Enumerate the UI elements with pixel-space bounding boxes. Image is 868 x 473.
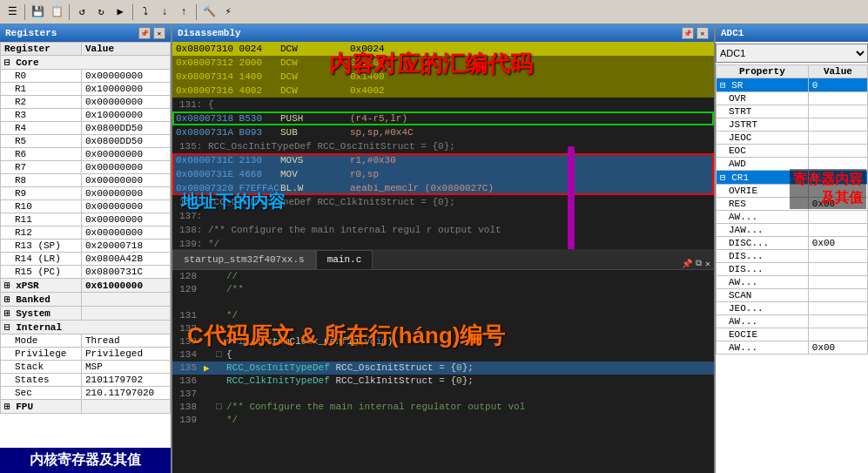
disasm-content[interactable]: 0x08007310 0024 DCW 0x0024 0x08007312 20… xyxy=(172,42,714,249)
registers-content[interactable]: Register Value ⊟ Core R00x00000000 R10x1… xyxy=(0,42,171,448)
undo-icon[interactable]: ↺ xyxy=(73,3,91,21)
adc-cr1-aw2[interactable]: AW... xyxy=(717,276,868,289)
save-icon[interactable]: 💾 xyxy=(29,3,46,21)
source-panel-close[interactable]: ✕ xyxy=(705,259,710,269)
reg-privilege[interactable]: PrivilegePrivileged xyxy=(1,348,171,361)
reg-mode[interactable]: ModeThread xyxy=(1,334,171,348)
src-line-128[interactable]: 128 // xyxy=(172,270,714,283)
tab-startup[interactable]: startup_stm32f407xx.s xyxy=(172,250,316,269)
build-icon[interactable]: 🔨 xyxy=(200,3,218,21)
adc-cr1-aw4[interactable]: AW...0x00 xyxy=(717,341,868,355)
disasm-row-blw[interactable]: 0x08007320 F7EFFAC BL.W aeabi_memclr (0x… xyxy=(172,181,714,195)
reg-r2[interactable]: R20x00000000 xyxy=(1,96,171,109)
src-line-139[interactable]: 139 */ xyxy=(172,414,714,427)
reg-r8[interactable]: R80x00000000 xyxy=(1,174,171,187)
step-out-icon[interactable]: ↑ xyxy=(175,3,192,21)
adc-dropdown[interactable]: ADC1 xyxy=(716,44,868,63)
disasm-row-4[interactable]: 0x08007316 4002 DCW 0x4002 xyxy=(172,84,714,98)
reg-r4[interactable]: R40x0800DD50 xyxy=(1,122,171,135)
group-banked[interactable]: ⊞ Banked xyxy=(1,293,171,307)
disasm-row-3[interactable]: 0x08007314 1400 DCW 0x1400 xyxy=(172,70,714,84)
step-in-icon[interactable]: ↓ xyxy=(156,3,173,21)
adc-sr-jeoc[interactable]: JEOC xyxy=(717,132,868,145)
adc-cr1-jeo[interactable]: JEO... xyxy=(717,302,868,315)
group-core[interactable]: ⊟ Core xyxy=(1,56,171,70)
group-system[interactable]: ⊞ System xyxy=(1,307,171,321)
adc-group-cr1[interactable]: ⊟ CR10 xyxy=(717,171,868,185)
reg-r11[interactable]: R110x00000000 xyxy=(1,213,171,226)
reg-r12[interactable]: R120x00000000 xyxy=(1,226,171,240)
tab-main[interactable]: main.c xyxy=(316,250,373,269)
group-xpsr[interactable]: ⊞ xPSR0x61000000 xyxy=(1,279,171,293)
adc-sr-ovr[interactable]: OVR xyxy=(717,92,868,105)
adc-cr1-ovrie[interactable]: OVRIE xyxy=(717,185,868,198)
addr-blw: 0x08007320 F7EFFAC xyxy=(176,183,280,193)
adc-sr-strt[interactable]: STRT xyxy=(717,105,868,118)
flash-icon[interactable]: ⚡ xyxy=(219,3,237,21)
src-line-134[interactable]: 134 □ { xyxy=(172,348,714,362)
disasm-close-icon[interactable]: ✕ xyxy=(696,27,709,39)
group-fpu[interactable]: ⊞ FPU xyxy=(1,400,171,414)
registers-pin-icon[interactable]: 📌 xyxy=(138,27,151,39)
adc-sr-jstrt[interactable]: JSTRT xyxy=(717,118,868,132)
reg-r7[interactable]: R70x00000000 xyxy=(1,161,171,174)
disasm-source-138: 138: /** Configure the main internal reg… xyxy=(172,223,714,237)
reg-r14[interactable]: R14 (LR)0x0800A42B xyxy=(1,253,171,266)
reg-r15[interactable]: R15 (PC)0x0800731C xyxy=(1,266,171,279)
registers-close-icon[interactable]: ✕ xyxy=(153,27,165,39)
copy-icon[interactable]: 📋 xyxy=(48,3,65,21)
src-line-138[interactable]: 138 □ /** Configure the main internal re… xyxy=(172,401,714,414)
src-line-136[interactable]: 136 RCC_ClkInitTypeDef RCC_ClkInitStruct… xyxy=(172,375,714,388)
disasm-selected-block: 0x0800731C 2130 MOVS r1,#0x30 0x0800731E… xyxy=(172,153,714,195)
reg-stack[interactable]: StackMSP xyxy=(1,361,171,374)
reg-r3[interactable]: R30x10000000 xyxy=(1,109,171,122)
adc-cr1-dis3[interactable]: DIS... xyxy=(717,263,868,276)
disasm-row-1[interactable]: 0x08007310 0024 DCW 0x0024 xyxy=(172,42,714,56)
reg-r6[interactable]: R60x00000000 xyxy=(1,148,171,161)
disasm-row-mov[interactable]: 0x0800731E 4668 MOV r0,sp xyxy=(172,167,714,181)
group-internal[interactable]: ⊟ Internal xyxy=(1,321,171,334)
adc-sr-awd[interactable]: AWD xyxy=(717,158,868,171)
op-blw: aeabi_memclr (0x0800027C) xyxy=(350,183,494,193)
disasm-row-push[interactable]: 0x08007318 B530 PUSH (r4-r5,lr) xyxy=(172,111,714,125)
adc-sr-eoc[interactable]: EOC xyxy=(717,145,868,158)
src-line-132[interactable]: 132 */ xyxy=(172,322,714,335)
reg-states[interactable]: States2101179702 xyxy=(1,374,171,387)
adc-cr1-disc1[interactable]: DISC...0x00 xyxy=(717,237,868,250)
adc-cr1-dis2[interactable]: DIS... xyxy=(717,250,868,263)
reg-r10[interactable]: R100x00000000 xyxy=(1,200,171,213)
registers-title: Registers xyxy=(5,28,57,38)
adc-content[interactable]: Property Value ⊟ SR0 OVR STRT JSTRT JEOC… xyxy=(716,64,868,473)
source-panel-pin[interactable]: 📌 xyxy=(682,259,692,269)
adc-cr1-aw1[interactable]: AW... xyxy=(717,211,868,224)
src-line-133[interactable]: 133 void SystemClock_Config(void) xyxy=(172,335,714,348)
step-over-icon[interactable]: ⤵ xyxy=(137,3,154,21)
reg-r9[interactable]: R90x00000000 xyxy=(1,187,171,200)
reg-sec[interactable]: Sec210.11797020 xyxy=(1,387,171,400)
reg-r1[interactable]: R10x10000000 xyxy=(1,83,171,96)
run-icon[interactable]: ▶ xyxy=(111,3,129,21)
adc-cr1-res[interactable]: RES0x00 xyxy=(717,198,868,211)
mnem-1: DCW xyxy=(280,44,350,54)
source-panel: startup_stm32f407xx.s main.c 📌 ⧉ ✕ 128 / xyxy=(172,249,714,474)
adc-cr1-jaw[interactable]: JAW... xyxy=(717,224,868,237)
reg-r0[interactable]: R00x00000000 xyxy=(1,70,171,83)
disasm-row-sub[interactable]: 0x0800731A B093 SUB sp,sp,#0x4C xyxy=(172,125,714,139)
src-line-129[interactable]: 129 /** xyxy=(172,283,714,296)
disasm-row-movs[interactable]: 0x0800731C 2130 MOVS r1,#0x30 xyxy=(172,153,714,167)
adc-cr1-eocie[interactable]: EOCIE xyxy=(717,328,868,341)
redo-icon[interactable]: ↻ xyxy=(92,3,110,21)
menu-icon[interactable]: ☰ xyxy=(3,3,21,21)
src-line-137[interactable]: 137 xyxy=(172,388,714,401)
disasm-pin-icon[interactable]: 📌 xyxy=(682,27,694,39)
source-content[interactable]: 128 // 129 /** xyxy=(172,270,714,474)
disasm-row-2[interactable]: 0x08007312 2000 DCW 0x2000 xyxy=(172,56,714,70)
source-panel-float[interactable]: ⧉ xyxy=(696,259,702,268)
adc-cr1-aw3[interactable]: AW... xyxy=(717,315,868,328)
adc-group-sr[interactable]: ⊟ SR0 xyxy=(717,78,868,92)
adc-cr1-scan[interactable]: SCAN xyxy=(717,289,868,302)
reg-r13[interactable]: R13 (SP)0x20000718 xyxy=(1,240,171,253)
src-line-131[interactable]: 131 */ xyxy=(172,309,714,322)
src-line-135[interactable]: 135 ▶ RCC_OscInitTypeDef RCC_OscInitStru… xyxy=(172,362,714,375)
reg-r5[interactable]: R50x0800DD50 xyxy=(1,135,171,148)
